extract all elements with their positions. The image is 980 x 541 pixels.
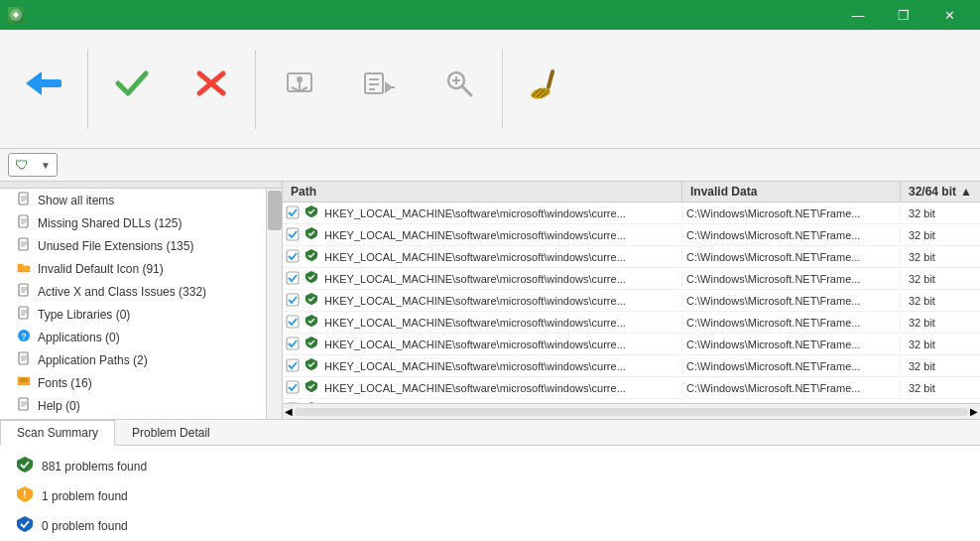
row-checkbox[interactable] (283, 249, 303, 265)
svg-rect-68 (287, 338, 299, 349)
row-path: HKEY_LOCAL_MACHINE\software\microsoft\wi… (320, 205, 682, 221)
row-invalid-data: C:\Windows\Microsoft.NET\Frame... (682, 249, 901, 265)
row-checkbox[interactable] (283, 358, 303, 374)
row-checkbox[interactable] (283, 293, 303, 309)
row-checkbox[interactable] (283, 315, 303, 331)
section-item-label: Invalid Default Icon (91) (38, 262, 164, 276)
summary-icon (16, 456, 34, 477)
svg-rect-66 (287, 294, 299, 306)
exclude-button[interactable] (339, 40, 419, 139)
chevron-down-icon: ▼ (41, 160, 51, 171)
clean-icon (527, 66, 566, 107)
row-shield-icon (303, 270, 320, 287)
section-item-icon (16, 397, 32, 414)
section-item[interactable]: Application Paths (2) (0, 348, 266, 371)
svg-rect-67 (287, 316, 299, 328)
row-checkbox[interactable] (283, 337, 303, 352)
hscroll-left-btn[interactable]: ◀ (285, 406, 293, 417)
horizontal-scrollbar[interactable]: ◀ ▶ (283, 403, 980, 419)
right-panel: Path Invalid Data 32/64 bit ▲ HKEY_LOCAL… (283, 182, 980, 419)
maximize-button[interactable]: ❐ (881, 0, 926, 30)
table-row[interactable]: HKEY_LOCAL_MACHINE\software\microsoft\wi… (283, 334, 980, 355)
back-button[interactable] (4, 40, 83, 139)
section-item[interactable]: Fonts (16) (0, 371, 266, 394)
tab-problem-detail[interactable]: Problem Detail (115, 420, 227, 445)
summary-text: 1 problem found (42, 489, 128, 503)
bits-header-label: 32/64 bit (909, 185, 956, 199)
section-item[interactable]: Startup (4) (0, 417, 266, 419)
table-row[interactable]: HKEY_LOCAL_MACHINE\software\microsoft\wi… (283, 355, 980, 377)
table-row[interactable]: HKEY_LOCAL_MACHINE\software\microsoft\wi… (283, 246, 980, 268)
hscroll-right-btn[interactable]: ▶ (970, 406, 978, 417)
row-shield-icon (303, 336, 320, 352)
path-column-header: Path (283, 182, 682, 202)
section-item[interactable]: Active X and Class Issues (332) (0, 280, 266, 303)
uncheck-all-button[interactable] (172, 40, 251, 139)
open-location-button[interactable] (419, 40, 498, 139)
row-bits: 32 bit (901, 205, 980, 221)
svg-rect-69 (287, 359, 299, 371)
table-row[interactable]: HKEY_LOCAL_MACHINE\software\microsoft\wi… (283, 312, 980, 334)
hscroll-track (295, 408, 968, 416)
bits-column-header: 32/64 bit ▲ (901, 182, 980, 202)
section-item[interactable]: Type Libraries (0) (0, 303, 266, 326)
section-item[interactable]: Unused File Extensions (135) (0, 234, 266, 257)
section-item-label: Active X and Class Issues (332) (38, 285, 206, 299)
row-bits: 32 bit (901, 358, 980, 374)
table-row[interactable]: HKEY_LOCAL_MACHINE\software\microsoft\wi… (283, 290, 980, 312)
back-icon (24, 66, 63, 107)
clean-registry-button[interactable] (507, 40, 586, 139)
section-list: Show all items Missing Shared DLLs (125)… (0, 189, 266, 419)
svg-rect-63 (287, 228, 299, 240)
section-item-icon (16, 306, 32, 323)
svg-rect-20 (546, 68, 554, 88)
section-item-icon (16, 237, 32, 254)
row-path: HKEY_LOCAL_MACHINE\software\microsoft\wi… (320, 249, 682, 265)
section-item-icon (16, 283, 32, 300)
row-checkbox[interactable] (283, 227, 303, 243)
summary-row: 0 problem found (16, 515, 964, 537)
summary-row: ! 1 problem found (16, 485, 964, 507)
section-item[interactable]: Invalid Default Icon (91) (0, 257, 266, 280)
row-checkbox[interactable] (283, 271, 303, 287)
title-bar: — ❐ ✕ (0, 0, 980, 30)
separator-2 (255, 50, 256, 129)
left-scrollbar[interactable] (266, 189, 282, 419)
summary-icon (16, 515, 34, 537)
svg-rect-2 (40, 79, 61, 87)
section-item[interactable]: Missing Shared DLLs (125) (0, 211, 266, 234)
tab-scan-summary[interactable]: Scan Summary (0, 420, 115, 446)
svg-marker-1 (26, 71, 42, 95)
row-checkbox[interactable] (283, 205, 303, 221)
row-invalid-data: C:\Windows\Microsoft.NET\Frame... (682, 358, 901, 374)
table-row[interactable]: HKEY_LOCAL_MACHINE\software\microsoft\wi… (283, 268, 980, 290)
row-bits: 32 bit (901, 315, 980, 331)
table-row[interactable]: HKEY_LOCAL_MACHINE\software\microsoft\wi… (283, 203, 980, 224)
open-regedit-button[interactable] (260, 40, 339, 139)
row-path: HKEY_LOCAL_MACHINE\software\microsoft\wi… (320, 380, 682, 396)
summary-text: 881 problems found (42, 460, 147, 473)
section-item[interactable]: Show all items (0, 189, 266, 211)
right-scrollbar-up[interactable]: ▲ (960, 185, 972, 199)
row-shield-icon (303, 292, 320, 309)
regedit-icon (280, 66, 319, 107)
row-invalid-data: C:\Windows\Microsoft.NET\Frame... (682, 380, 901, 396)
svg-point-6 (297, 76, 303, 82)
minimize-button[interactable]: — (835, 0, 881, 30)
row-checkbox[interactable] (283, 380, 303, 396)
svg-rect-62 (287, 206, 299, 218)
show-items-dropdown[interactable]: 🛡 ▼ (8, 153, 58, 177)
section-item-icon (16, 192, 32, 208)
section-item[interactable]: ? Applications (0) (0, 326, 266, 348)
row-invalid-data: C:\Windows\Microsoft.NET\Frame... (682, 293, 901, 309)
exclude-icon (359, 66, 399, 107)
check-all-button[interactable] (92, 40, 172, 139)
section-item[interactable]: Help (0) (0, 394, 266, 417)
table-row[interactable]: HKEY_LOCAL_MACHINE\software\microsoft\wi… (283, 224, 980, 246)
path-header-label: Path (291, 185, 316, 199)
row-invalid-data: C:\Windows\Microsoft.NET\Frame... (682, 271, 901, 287)
table-row[interactable]: HKEY_LOCAL_MACHINE\software\microsoft\wi… (283, 377, 980, 399)
row-invalid-data: C:\Windows\Microsoft.NET\Frame... (682, 205, 901, 221)
close-button[interactable]: ✕ (926, 0, 972, 30)
section-item-icon (16, 351, 32, 368)
